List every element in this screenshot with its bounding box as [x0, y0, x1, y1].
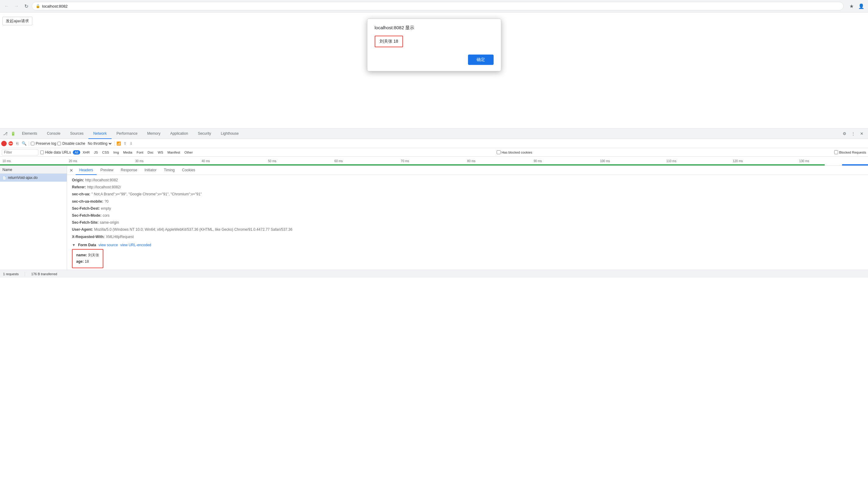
tl-90ms: 90 ms — [533, 159, 600, 163]
blocked-requests-label[interactable]: Blocked Requests — [834, 150, 866, 154]
header-referer-value: http://localhost:8082/ — [87, 184, 121, 190]
filter-chip-ws[interactable]: WS — [156, 150, 165, 155]
details-tab-headers[interactable]: Headers — [76, 166, 96, 175]
tab-security[interactable]: Security — [193, 129, 216, 139]
header-sec-fetch-mode-name: Sec-Fetch-Mode: — [72, 213, 102, 219]
header-sec-fetch-site-value: same-origin — [100, 220, 119, 225]
alert-ok-button[interactable]: 确定 — [468, 55, 494, 65]
search-button[interactable]: 🔍 — [21, 141, 27, 146]
throttle-select[interactable]: No throttling — [87, 141, 113, 146]
devtools-topbar: ⎇ 🔋 Elements Console Sources Network Per… — [0, 129, 868, 139]
tl-120ms: 120 ms — [733, 159, 799, 163]
header-sec-ch-ua-mobile-name: sec-ch-ua-mobile: — [72, 199, 103, 205]
tab-lighthouse[interactable]: Lighthouse — [216, 129, 244, 139]
filter-chip-xhr[interactable]: XHR — [81, 150, 91, 155]
filter-chip-font[interactable]: Font — [135, 150, 145, 155]
filter-input[interactable] — [2, 149, 38, 155]
preserve-log-label[interactable]: Preserve log — [31, 141, 56, 146]
timeline-progress-green — [0, 164, 825, 166]
lock-icon: 🔒 — [36, 4, 40, 8]
alert-title: localhost:8082 显示 — [375, 25, 494, 31]
tab-console[interactable]: Console — [42, 129, 65, 139]
tab-memory[interactable]: Memory — [142, 129, 165, 139]
tab-network[interactable]: Network — [88, 129, 112, 139]
disable-cache-checkbox[interactable] — [57, 142, 61, 145]
reload-button[interactable]: ↻ — [22, 2, 30, 10]
filter-chip-all[interactable]: All — [73, 150, 80, 155]
has-blocked-cookies-label[interactable]: Has blocked cookies — [497, 150, 532, 154]
hide-data-urls-label[interactable]: Hide data URLs — [40, 150, 71, 155]
header-sec-fetch-dest: Sec-Fetch-Dest: empty — [72, 206, 863, 211]
disable-cache-label[interactable]: Disable cache — [57, 141, 85, 146]
form-data-header: ▼ Form Data view source view URL-encoded — [72, 243, 863, 247]
request-row[interactable]: 📄 returnVoid-ajax.do — [0, 174, 67, 182]
form-data-age-key: age: — [76, 259, 84, 264]
tl-20ms: 20 ms — [69, 159, 135, 163]
devtools-close-button[interactable]: ✕ — [858, 130, 866, 138]
devtools-more-button[interactable]: ⋮ — [849, 130, 857, 138]
tab-sources[interactable]: Sources — [65, 129, 88, 139]
header-origin-value: http://localhost:8082 — [85, 178, 118, 183]
filter-chip-other[interactable]: Other — [183, 150, 195, 155]
tab-elements[interactable]: Elements — [17, 129, 42, 139]
devtools-gear-area: ⚙ ⋮ ✕ — [841, 130, 867, 138]
timeline-labels: 10 ms 20 ms 30 ms 40 ms 50 ms 60 ms 70 m… — [0, 159, 868, 163]
alert-overlay: localhost:8082 显示 刘关张 18 确定 — [0, 13, 868, 128]
details-tab-initiator[interactable]: Initiator — [141, 166, 160, 175]
details-tab-preview[interactable]: Preview — [96, 166, 117, 175]
clear-button[interactable]: ⛔ — [8, 141, 13, 146]
tl-80ms: 80 ms — [467, 159, 533, 163]
tl-50ms: 50 ms — [268, 159, 335, 163]
alert-footer: 确定 — [375, 55, 494, 65]
view-source-link[interactable]: view source — [99, 243, 118, 247]
devtools-settings-button[interactable]: ⚙ — [841, 130, 848, 138]
filter-chip-doc[interactable]: Doc — [146, 150, 155, 155]
filter-chip-css[interactable]: CSS — [100, 150, 111, 155]
details-tab-cookies[interactable]: Cookies — [178, 166, 199, 175]
tl-130ms: 130 ms — [799, 159, 866, 163]
preserve-log-checkbox[interactable] — [31, 142, 35, 145]
url-text: localhost:8082 — [42, 4, 68, 9]
network-toolbar: ⛔ ⎗ 🔍 Preserve log Disable cache No thro… — [0, 139, 868, 148]
filter-bar: Hide data URLs All XHR JS CSS Img Media … — [0, 148, 868, 157]
form-data-title: Form Data — [78, 243, 96, 247]
header-origin-name: Origin: — [72, 178, 84, 183]
requests-count: 1 requests — [3, 272, 18, 276]
tab-application[interactable]: Application — [165, 129, 193, 139]
devtools-panel: ⎇ 🔋 Elements Console Sources Network Per… — [0, 128, 868, 278]
download-icon-button[interactable]: ⇩ — [129, 141, 133, 146]
header-referer-name: Referer: — [72, 184, 86, 190]
wifi-icon-button[interactable]: 📶 — [116, 141, 121, 146]
filter-chip-js[interactable]: JS — [92, 150, 100, 155]
filter-chip-media[interactable]: Media — [121, 150, 134, 155]
hide-data-urls-checkbox[interactable] — [40, 150, 44, 154]
profile-button[interactable]: 👤 — [857, 2, 866, 10]
form-data-age: age: 18 — [76, 259, 99, 265]
view-url-encoded-link[interactable]: view URL-encoded — [120, 243, 151, 247]
record-button[interactable] — [1, 141, 7, 146]
tab-performance[interactable]: Performance — [112, 129, 142, 139]
back-button[interactable]: ← — [2, 2, 11, 10]
filter-chip-manifest[interactable]: Manifest — [166, 150, 182, 155]
header-sec-fetch-site-name: Sec-Fetch-Site: — [72, 220, 99, 225]
details-close-button[interactable]: ✕ — [68, 167, 74, 173]
timeline-progress-blue — [842, 164, 868, 166]
filter-button[interactable]: ⎗ — [15, 141, 20, 146]
address-bar[interactable]: 🔒 localhost:8082 — [32, 2, 844, 10]
blocked-requests-checkbox[interactable] — [834, 150, 838, 154]
details-tab-timing[interactable]: Timing — [160, 166, 178, 175]
details-tab-response[interactable]: Response — [117, 166, 141, 175]
forward-button[interactable]: → — [12, 2, 21, 10]
tl-110ms: 110 ms — [666, 159, 733, 163]
inspect-element-button[interactable]: ⎇ — [1, 130, 9, 138]
filter-chip-img[interactable]: Img — [112, 150, 121, 155]
header-sec-ch-ua-value: " Not;A Brand";v="99", "Google Chrome";v… — [91, 192, 202, 197]
browser-chrome: ← → ↻ 🔒 localhost:8082 ★ 👤 — [0, 0, 868, 13]
device-toggle-button[interactable]: 🔋 — [9, 130, 17, 138]
header-referer: Referer: http://localhost:8082/ — [72, 184, 863, 190]
timeline-bar: 10 ms 20 ms 30 ms 40 ms 50 ms 60 ms 70 m… — [0, 157, 868, 166]
upload-icon-button[interactable]: ⇧ — [122, 141, 127, 146]
has-blocked-cookies-checkbox[interactable] — [497, 150, 501, 154]
bookmark-button[interactable]: ★ — [847, 2, 856, 10]
tl-70ms: 70 ms — [401, 159, 467, 163]
